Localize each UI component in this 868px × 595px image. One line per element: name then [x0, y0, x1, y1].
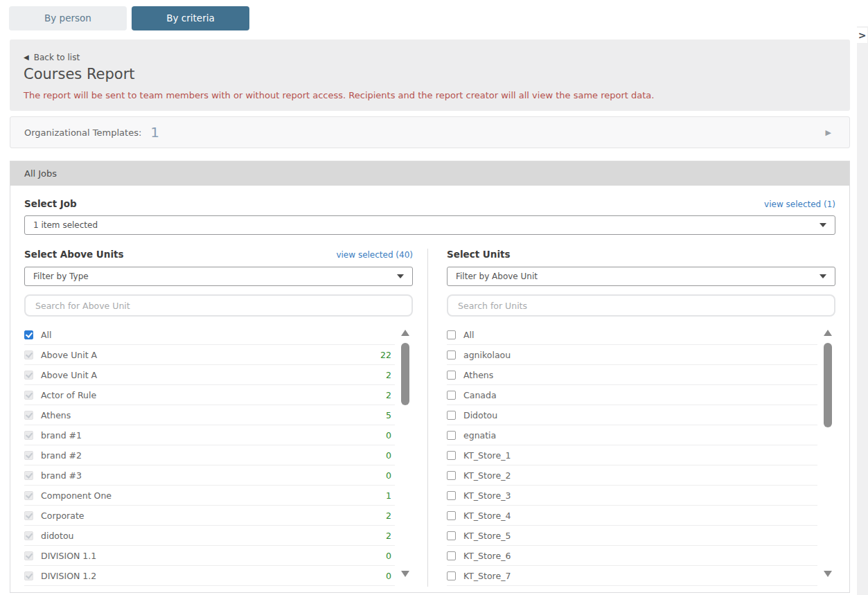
above-units-column: Select Above Units view selected (40) Fi…: [10, 249, 428, 587]
tab-by-person[interactable]: By person: [9, 6, 127, 30]
filter-by-type-dropdown[interactable]: Filter by Type: [24, 267, 413, 286]
checkbox-unchecked-icon[interactable]: [447, 511, 456, 520]
list-item-label: KT_Store_7: [463, 571, 511, 581]
list-item[interactable]: Canada: [447, 385, 817, 405]
list-item[interactable]: Above Unit A2: [24, 365, 395, 385]
list-item-label: agnikolaou: [463, 350, 511, 360]
list-item-label: KT_Store_6: [463, 551, 511, 561]
list-item[interactable]: Component One1: [24, 486, 395, 506]
list-item-label: brand #1: [41, 430, 82, 441]
list-item-label: Athens: [463, 370, 493, 380]
scroll-down-icon[interactable]: [824, 571, 832, 577]
scroll-down-icon[interactable]: [401, 571, 409, 577]
checkbox-unchecked-icon[interactable]: [447, 391, 456, 400]
page-content: ◀ Back to list Courses Report The report…: [10, 39, 850, 593]
scrollbar-thumb[interactable]: [824, 343, 832, 427]
list-item-label: KT_Store_5: [463, 531, 511, 541]
list-item[interactable]: Athens: [447, 365, 817, 385]
list-item[interactable]: KT_Store_3: [447, 486, 817, 506]
chevron-down-icon: [397, 274, 404, 278]
list-item[interactable]: Above Unit A22: [24, 345, 395, 365]
list-item[interactable]: DIVISION 1.20: [24, 566, 395, 586]
list-item[interactable]: Didotou: [447, 405, 817, 425]
checkbox-checked-icon: [24, 350, 33, 359]
list-item[interactable]: brand #10: [24, 425, 395, 445]
list-item[interactable]: egnatia: [447, 425, 817, 445]
item-count: 0: [386, 571, 395, 581]
item-count: 2: [386, 510, 395, 521]
item-count: 0: [386, 470, 395, 481]
unit-columns: Select Above Units view selected (40) Fi…: [10, 249, 849, 587]
list-item[interactable]: agnikolaou: [447, 345, 817, 365]
list-item[interactable]: KT_Store_2: [447, 465, 817, 486]
list-item[interactable]: KT_Store_6: [447, 546, 817, 566]
list-item[interactable]: DIVISION 1.10: [24, 546, 395, 566]
checkbox-unchecked-icon[interactable]: [447, 451, 456, 460]
checkbox-unchecked-icon[interactable]: [447, 330, 456, 339]
checkbox-unchecked-icon[interactable]: [447, 350, 456, 359]
filter-by-type-value: Filter by Type: [33, 272, 89, 281]
collapsed-side-rail: [857, 26, 868, 595]
list-item[interactable]: KT_Store_7: [447, 566, 817, 586]
checkbox-unchecked-icon[interactable]: [447, 471, 456, 480]
list-item-label: KT_Store_4: [463, 510, 511, 521]
checkbox-unchecked-icon[interactable]: [447, 571, 456, 580]
list-item-label: Component One: [41, 490, 112, 501]
list-item[interactable]: brand #20: [24, 445, 395, 465]
checkbox-checked-icon[interactable]: [24, 330, 33, 339]
list-item-label: All: [463, 330, 475, 340]
list-item[interactable]: All: [24, 325, 395, 345]
report-access-warning: The report will be sent to team members …: [24, 90, 836, 100]
above-unit-search-input[interactable]: [24, 294, 413, 317]
checkbox-checked-icon: [24, 431, 33, 440]
list-item[interactable]: Actor of Rule2: [24, 385, 395, 405]
all-jobs-header: All Jobs: [10, 161, 849, 186]
list-item-label: Didotou: [463, 410, 497, 420]
scrollbar-thumb[interactable]: [401, 343, 409, 405]
checkbox-unchecked-icon[interactable]: [447, 411, 456, 420]
organizational-templates-accordion[interactable]: Organizational Templates: 1 ▶: [10, 116, 850, 148]
job-select-dropdown[interactable]: 1 item selected: [24, 215, 835, 235]
list-item[interactable]: KT_Store_1: [447, 445, 817, 465]
item-count: 1: [386, 490, 395, 501]
above-units-view-selected-link[interactable]: view selected (40): [336, 250, 413, 260]
units-list: AllagnikolaouAthensCanadaDidotouegnatiaK…: [447, 325, 835, 587]
filter-by-above-unit-value: Filter by Above Unit: [456, 272, 538, 281]
tab-by-criteria[interactable]: By criteria: [132, 6, 249, 30]
checkbox-unchecked-icon[interactable]: [447, 431, 456, 440]
scroll-up-icon[interactable]: [824, 330, 832, 336]
list-item[interactable]: All: [447, 325, 817, 345]
list-item-label: Corporate: [41, 510, 85, 521]
back-arrow-icon: ◀: [24, 53, 29, 61]
above-units-rows: AllAbove Unit A22Above Unit A2Actor of R…: [24, 325, 395, 586]
checkbox-unchecked-icon[interactable]: [447, 551, 456, 560]
list-item[interactable]: KT_Store_5: [447, 526, 817, 546]
checkbox-unchecked-icon[interactable]: [447, 491, 456, 500]
checkbox-checked-icon: [24, 571, 33, 580]
above-units-list: AllAbove Unit A22Above Unit A2Actor of R…: [24, 325, 413, 587]
list-item[interactable]: Athens5: [24, 405, 395, 425]
chevron-expand-icon: ▶: [826, 128, 831, 137]
checkbox-checked-icon: [24, 471, 33, 480]
checkbox-checked-icon: [24, 511, 33, 520]
units-search-input[interactable]: [447, 294, 835, 317]
list-item-label: didotou: [41, 531, 73, 541]
back-to-list-link[interactable]: ◀ Back to list: [24, 53, 80, 62]
item-count: 2: [386, 370, 395, 380]
list-item[interactable]: brand #30: [24, 465, 395, 486]
list-item[interactable]: KT_Store_4: [447, 506, 817, 526]
checkbox-checked-icon: [24, 411, 33, 420]
list-item-label: KT_Store_1: [463, 450, 511, 461]
job-select-value: 1 item selected: [33, 220, 98, 230]
scroll-up-icon[interactable]: [401, 330, 409, 336]
expand-panel-button[interactable]: >: [857, 28, 867, 43]
filter-by-above-unit-dropdown[interactable]: Filter by Above Unit: [447, 267, 835, 286]
list-item[interactable]: didotou2: [24, 526, 395, 546]
checkbox-checked-icon: [24, 451, 33, 460]
list-item-label: KT_Store_2: [463, 470, 511, 481]
job-view-selected-link[interactable]: view selected (1): [764, 199, 835, 209]
list-item-label: DIVISION 1.2: [41, 571, 96, 581]
checkbox-unchecked-icon[interactable]: [447, 531, 456, 540]
checkbox-unchecked-icon[interactable]: [447, 371, 456, 380]
list-item[interactable]: Corporate2: [24, 506, 395, 526]
